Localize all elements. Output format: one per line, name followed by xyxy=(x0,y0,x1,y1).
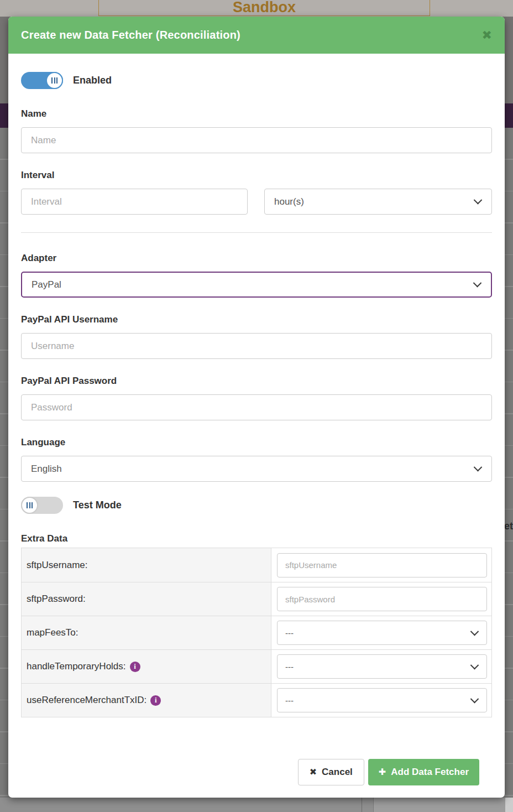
adapter-select[interactable]: PayPal xyxy=(21,272,492,298)
row-label-text: sftpUsername: xyxy=(27,560,88,571)
table-row: sftpPassword: xyxy=(22,582,491,616)
chevron-down-icon xyxy=(470,627,479,636)
extra-data-label: Extra Data xyxy=(21,533,492,545)
sftp-username-input[interactable] xyxy=(277,553,487,577)
select-value: --- xyxy=(285,628,294,638)
table-row: handleTemporaryHolds: i --- xyxy=(22,649,491,683)
modal-title: Create new Data Fetcher (Reconciliation) xyxy=(21,29,482,41)
backdrop-bottom-strip xyxy=(0,798,513,812)
row-control: --- xyxy=(271,616,491,649)
backdrop-divider-line xyxy=(362,798,362,812)
row-control xyxy=(271,548,491,582)
add-data-fetcher-button-label: Add Data Fetcher xyxy=(391,767,469,778)
select-value: --- xyxy=(285,696,294,705)
row-label: sftpUsername: xyxy=(22,548,271,582)
row-label-text: mapFeesTo: xyxy=(27,627,78,638)
language-label: Language xyxy=(21,436,492,449)
backdrop-top-strip: Sandbox xyxy=(0,0,513,17)
interval-unit-value: hour(s) xyxy=(274,196,304,207)
add-data-fetcher-button[interactable]: ✚ Add Data Fetcher xyxy=(368,759,479,785)
enabled-toggle-label: Enabled xyxy=(73,75,112,86)
language-value: English xyxy=(31,464,62,475)
backdrop-text-fragment: et xyxy=(504,520,513,532)
select-value: --- xyxy=(285,662,294,672)
row-control xyxy=(271,582,491,616)
modal-header: Create new Data Fetcher (Reconciliation)… xyxy=(8,17,505,54)
paypal-username-input[interactable] xyxy=(21,333,492,359)
x-icon: ✖ xyxy=(310,768,317,777)
backdrop-panel-corner xyxy=(505,798,513,812)
map-fees-to-select[interactable]: --- xyxy=(277,621,487,645)
interval-row: hour(s) xyxy=(21,189,492,215)
row-label-text: handleTemporaryHolds: xyxy=(27,661,126,672)
cancel-button[interactable]: ✖ Cancel xyxy=(298,759,364,785)
row-control: --- xyxy=(271,650,491,683)
create-data-fetcher-modal: Create new Data Fetcher (Reconciliation)… xyxy=(8,17,505,798)
row-label: sftpPassword: xyxy=(22,582,271,616)
paypal-password-label: PayPal API Password xyxy=(21,375,492,387)
row-label: useReferenceMerchantTxID: i xyxy=(22,684,271,717)
row-control: --- xyxy=(271,684,491,717)
table-row: sftpUsername: xyxy=(22,548,491,582)
row-label: handleTemporaryHolds: i xyxy=(22,650,271,683)
chevron-down-icon xyxy=(474,463,483,472)
test-mode-toggle-row: Test Mode xyxy=(21,497,492,514)
extra-data-table: sftpUsername: sftpPassword: xyxy=(21,548,492,717)
screen: Sandbox et Create new Data Fetcher (Reco… xyxy=(0,0,513,812)
adapter-value: PayPal xyxy=(32,279,61,290)
test-mode-toggle[interactable] xyxy=(21,497,63,514)
row-label-text: useReferenceMerchantTxID: xyxy=(27,695,146,706)
name-input[interactable] xyxy=(21,127,492,153)
language-select[interactable]: English xyxy=(21,456,492,482)
info-icon[interactable]: i xyxy=(130,662,140,672)
modal-footer: ✖ Cancel ✚ Add Data Fetcher xyxy=(21,759,492,798)
cancel-button-label: Cancel xyxy=(322,767,353,778)
use-reference-merchant-txid-select[interactable]: --- xyxy=(277,688,487,712)
plus-icon: ✚ xyxy=(379,768,386,777)
enabled-toggle[interactable] xyxy=(21,72,63,89)
table-row: useReferenceMerchantTxID: i --- xyxy=(22,683,491,717)
sftp-password-input[interactable] xyxy=(277,587,487,611)
chevron-down-icon xyxy=(470,660,479,669)
backdrop-panel-edge xyxy=(373,798,505,812)
enabled-toggle-row: Enabled xyxy=(21,72,492,89)
close-icon[interactable]: ✖ xyxy=(482,29,492,41)
toggle-knob-icon xyxy=(46,72,63,89)
row-label: mapFeesTo: xyxy=(22,616,271,649)
interval-label: Interval xyxy=(21,169,492,181)
chevron-down-icon xyxy=(474,196,483,205)
sandbox-banner: Sandbox xyxy=(98,0,430,16)
interval-input[interactable] xyxy=(21,189,248,215)
name-label: Name xyxy=(21,108,492,120)
paypal-username-label: PayPal API Username xyxy=(21,314,492,326)
handle-temporary-holds-select[interactable]: --- xyxy=(277,654,487,679)
adapter-label: Adapter xyxy=(21,252,492,264)
info-icon[interactable]: i xyxy=(150,695,161,706)
sandbox-banner-label: Sandbox xyxy=(233,0,296,15)
interval-unit-select[interactable]: hour(s) xyxy=(264,189,492,215)
chevron-down-icon xyxy=(473,279,482,288)
table-row: mapFeesTo: --- xyxy=(22,616,491,649)
test-mode-toggle-label: Test Mode xyxy=(73,499,122,511)
section-divider xyxy=(21,232,492,233)
row-label-text: sftpPassword: xyxy=(27,594,86,605)
chevron-down-icon xyxy=(470,694,479,703)
paypal-password-input[interactable] xyxy=(21,394,492,420)
modal-body: Enabled Name Interval hour(s) Adapter Pa… xyxy=(8,54,505,798)
toggle-knob-icon xyxy=(21,497,38,514)
